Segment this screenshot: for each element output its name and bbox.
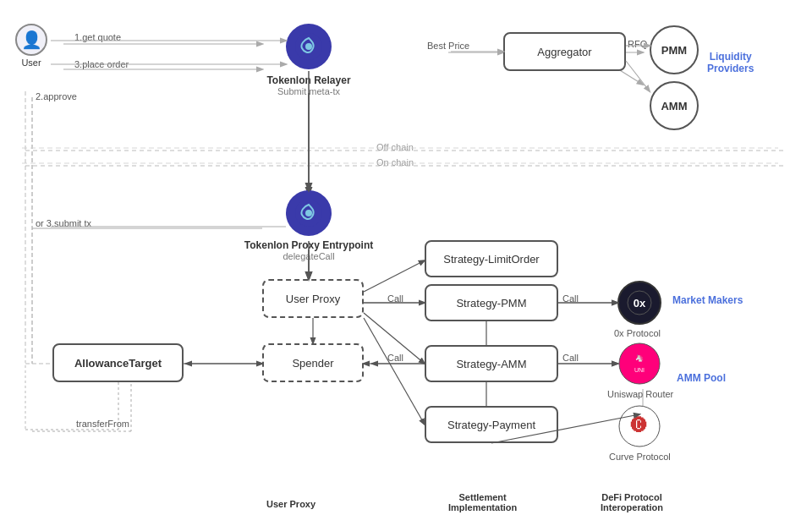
- diagram-container: 👤 User 1.get quote 3.place order 2.appro…: [0, 0, 812, 526]
- allowance-target-box: AllowanceTarget: [52, 343, 184, 382]
- zeroX-protocol-label: 0x Protocol: [614, 328, 661, 338]
- call-label-1: Call: [387, 293, 403, 304]
- zeroX-protocol-icon: 0x: [617, 281, 661, 325]
- tokenlon-relayer-name: Tokenlon Relayer: [228, 74, 389, 86]
- strategy-amm-box: Strategy-AMM: [425, 345, 558, 382]
- svg-point-21: [305, 43, 312, 50]
- best-price-label: Best Price: [427, 41, 469, 51]
- settlement-impl-label: Settlement Implementation: [448, 492, 517, 512]
- user-proxy-bottom-label: User Proxy: [266, 499, 315, 509]
- liquidity-providers-label: Liquidity Providers: [707, 51, 754, 74]
- uniswap-router-label: Uniswap Router: [607, 389, 673, 399]
- svg-text:UNI: UNI: [634, 367, 645, 373]
- strategy-payment-box: Strategy-Payment: [425, 406, 558, 443]
- svg-text:🦄: 🦄: [635, 353, 644, 362]
- call-label-4: Call: [562, 353, 579, 363]
- aggregator-box: Aggregator: [503, 32, 626, 71]
- strategy-limit-order-box: Strategy-LimitOrder: [425, 240, 558, 277]
- spender-box: Spender: [262, 343, 364, 382]
- svg-point-23: [305, 210, 312, 216]
- curve-protocol-icon: 🅒: [617, 404, 661, 448]
- tokenlon-relayer-label: Tokenlon Relayer Submit meta-tx: [228, 74, 389, 96]
- user-proxy-box: User Proxy: [262, 279, 364, 318]
- tokenlon-proxy-name: Tokenlon Proxy Entrypoint: [220, 239, 398, 251]
- place-order-label: 3.place order: [74, 59, 129, 69]
- svg-text:0x: 0x: [634, 297, 646, 310]
- pmm-circle: PMM: [650, 25, 699, 74]
- tokenlon-proxy-logo: [286, 190, 332, 236]
- submit-tx-label: or 3.submit tx: [36, 218, 91, 228]
- get-quote-label: 1.get quote: [74, 32, 121, 42]
- user-label: User: [21, 58, 41, 68]
- offchain-label: Off chain: [376, 142, 414, 152]
- user-icon: 👤 User: [15, 24, 47, 68]
- curve-protocol-label: Curve Protocol: [609, 452, 671, 462]
- tokenlon-proxy-sublabel: delegateCall: [220, 251, 398, 261]
- uniswap-router-icon: 🦄 UNI: [617, 342, 661, 386]
- svg-line-55: [364, 318, 425, 425]
- svg-text:🅒: 🅒: [630, 416, 648, 435]
- tokenlon-proxy-label: Tokenlon Proxy Entrypoint delegateCall: [220, 239, 398, 261]
- svg-line-45: [626, 61, 650, 91]
- market-makers-label: Market Makers: [672, 294, 743, 306]
- strategy-pmm-box: Strategy-PMM: [425, 284, 558, 321]
- approve-label: 2.approve: [36, 91, 77, 101]
- tokenlon-relayer-sublabel: Submit meta-tx: [228, 86, 389, 96]
- call-label-3: Call: [387, 353, 403, 363]
- tokenlon-relayer-logo: [286, 24, 332, 69]
- arrows-overlay: [0, 0, 812, 526]
- svg-line-53: [364, 260, 425, 292]
- transfer-from-label: transferFrom: [76, 419, 129, 429]
- onchain-label: On chain: [376, 157, 414, 167]
- defi-protocol-label: DeFi Protocol Interoperation: [601, 492, 663, 512]
- arrows-svg: [0, 0, 812, 526]
- svg-point-26: [619, 343, 660, 384]
- amm-pool-label: AMM Pool: [677, 372, 726, 384]
- call-label-2: Call: [562, 293, 579, 304]
- rfq-label: RFQ: [628, 39, 647, 49]
- amm-circle: AMM: [650, 81, 699, 130]
